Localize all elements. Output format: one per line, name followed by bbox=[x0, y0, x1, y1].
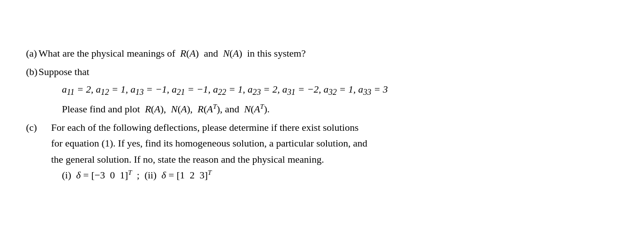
plot-line: Please find and plot R(A), N(A), R(AT), … bbox=[62, 101, 618, 117]
matrix-values-line: a11 = 2, a12 = 1, a13 = −1, a21 = −1, a2… bbox=[62, 81, 618, 99]
main-content: (a) What are the physical meanings of R(… bbox=[17, 32, 627, 200]
part-b-intro: Suppose that bbox=[39, 64, 89, 80]
part-b-label: (b) bbox=[26, 64, 39, 80]
part-c-subitems: (i) δ = [−3 0 1]T ; (ii) δ = [1 2 3]T bbox=[62, 167, 618, 183]
part-a-label: (a) bbox=[26, 45, 39, 61]
part-c-label: (c) bbox=[26, 120, 39, 135]
part-c-text: For each of the following deflections, p… bbox=[51, 120, 367, 167]
sub-i-label: (i) bbox=[62, 169, 71, 181]
part-b: (b) Suppose that a11 = 2, a12 = 1, a13 =… bbox=[26, 64, 618, 117]
part-a-text: What are the physical meanings of R(A) a… bbox=[39, 45, 306, 61]
delta-ii: δ = [1 2 3]T bbox=[161, 169, 212, 181]
sub-ii-label: (ii) bbox=[144, 169, 157, 181]
part-c: (c) For each of the following deflection… bbox=[26, 120, 618, 183]
part-a: (a) What are the physical meanings of R(… bbox=[26, 45, 618, 61]
delta-i: δ = [−3 0 1]T ; bbox=[76, 169, 144, 181]
